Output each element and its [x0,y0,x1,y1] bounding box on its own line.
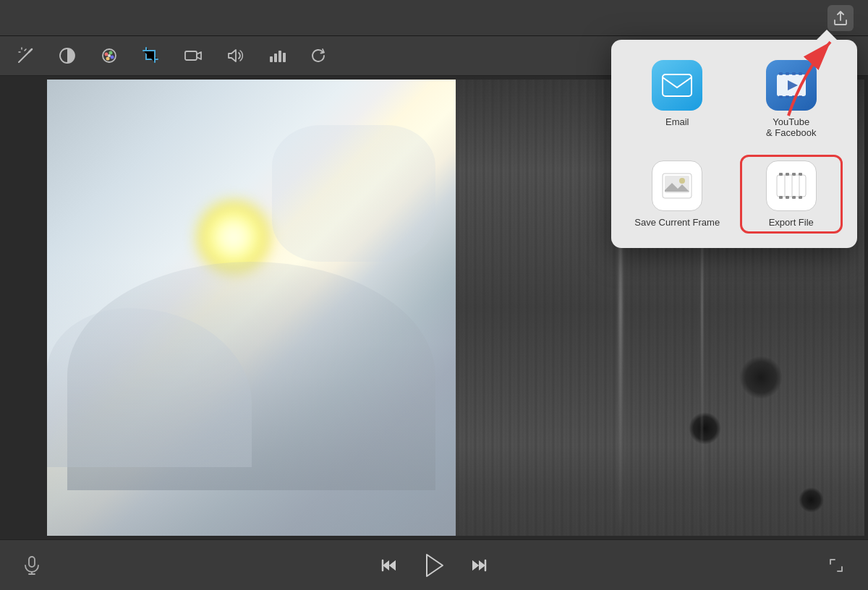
audio-tool[interactable] [224,45,246,67]
video-left-half [47,80,456,536]
playback-left [22,555,80,576]
svg-rect-17 [29,557,35,567]
save-frame-icon [652,161,702,211]
playback-bar [0,539,868,590]
top-bar [0,0,868,36]
video-tool[interactable] [182,45,204,67]
playback-right [788,555,846,576]
svg-rect-25 [799,72,802,75]
dark-spot-2 [689,412,721,445]
play-button[interactable] [421,552,447,578]
export-file-label: Export File [769,217,814,228]
svg-rect-12 [185,51,197,60]
email-icon [652,60,702,111]
svg-point-32 [679,178,685,184]
email-label: Email [665,116,689,127]
crop-tool[interactable] [140,45,162,67]
magic-wand-tool[interactable] [14,45,36,67]
svg-rect-13 [270,56,273,62]
svg-rect-16 [283,53,286,62]
svg-line-0 [19,52,29,62]
share-youtube-item[interactable]: YouTube& Facebook [740,54,843,144]
svg-rect-39 [786,196,789,199]
youtube-label: YouTube& Facebook [766,116,816,138]
save-frame-label: Save Current Frame [634,217,720,228]
color-tool[interactable] [98,45,120,67]
svg-point-8 [109,51,113,55]
svg-rect-23 [786,72,789,75]
svg-rect-34 [779,173,783,176]
svg-point-7 [105,53,109,56]
skip-forward-button[interactable] [469,555,489,576]
svg-rect-20 [663,74,692,96]
rotation-tool[interactable] [308,45,330,67]
youtube-facebook-icon [766,60,817,111]
svg-point-9 [111,56,114,59]
svg-rect-40 [792,196,796,199]
svg-rect-27 [786,95,789,98]
svg-rect-24 [792,72,796,75]
svg-rect-36 [792,173,796,176]
svg-line-3 [25,49,26,51]
skip-back-button[interactable] [379,555,399,576]
svg-rect-28 [792,95,796,98]
share-export-item[interactable]: Export File [740,155,843,234]
svg-rect-33 [777,175,806,197]
share-button[interactable] [827,5,854,31]
svg-rect-14 [274,54,277,62]
dark-spot-1 [739,356,783,399]
export-file-icon [766,161,817,211]
filter-tool[interactable] [56,45,78,67]
svg-rect-15 [278,51,281,62]
share-email-item[interactable]: Email [626,54,729,144]
stats-tool[interactable] [266,45,288,67]
share-frame-item[interactable]: Save Current Frame [626,155,729,234]
left-panel [0,76,43,539]
svg-rect-26 [779,95,783,98]
svg-rect-38 [779,196,783,199]
microphone-button[interactable] [22,555,42,576]
svg-point-11 [108,54,111,57]
share-popup: Email YouTube& Facebook [611,40,857,248]
svg-line-1 [29,49,32,52]
svg-rect-29 [799,95,802,98]
svg-rect-22 [779,72,783,75]
svg-point-10 [106,57,110,61]
fullscreen-button[interactable] [826,555,846,576]
svg-rect-35 [786,173,789,176]
playback-center [379,552,489,578]
